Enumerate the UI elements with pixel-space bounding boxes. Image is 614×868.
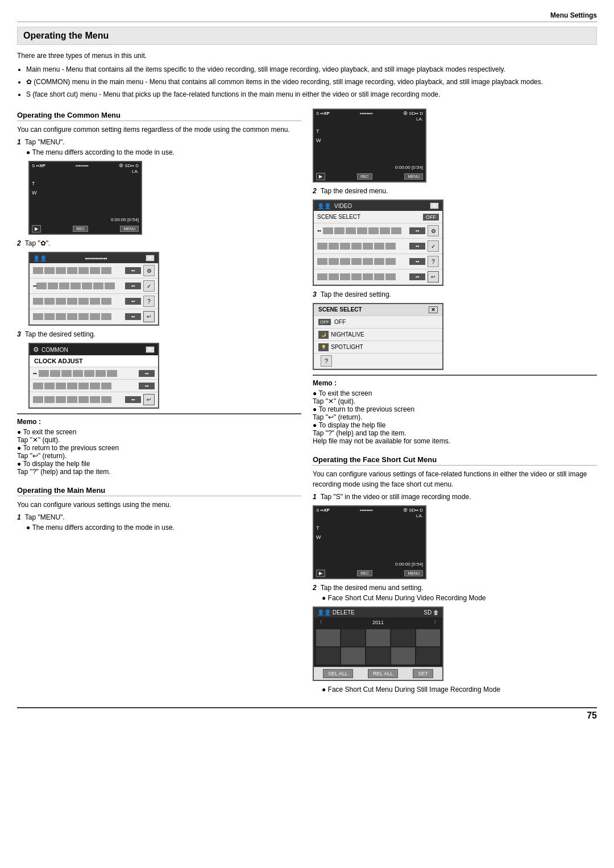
set-button[interactable]: SET xyxy=(413,669,433,678)
scene-nightalive-row[interactable]: 🌙 NIGHTALIVE xyxy=(314,329,442,341)
scene-spotlight-row[interactable]: 💡 SPOTLIGHT xyxy=(314,341,442,354)
tw-bar-f: T W xyxy=(316,524,321,542)
menu-row-1: ▪▪ ⚙ xyxy=(30,263,158,279)
scene-help-row: ? xyxy=(314,354,442,369)
menu-button-f[interactable]: MENU xyxy=(404,570,423,576)
rec-button-f[interactable]: REC xyxy=(357,570,372,576)
camera-bottom-bar-r: ▶ REC MENU xyxy=(314,173,425,180)
step-3-common: 3 Tap the desired setting. xyxy=(17,330,301,338)
memo-left: Memo : ● To exit the screen Tap "✕" (qui… xyxy=(17,413,301,479)
rel-all-button[interactable]: REL ALL xyxy=(368,669,398,678)
video-row-2: ▪▪ ✓ xyxy=(314,239,442,254)
scene-select-menu: SCENE SELECT ✕ OFF OFF 🌙 NIGHTALIVE 💡 SP… xyxy=(313,303,443,370)
face-step-1: 1 Tap "S" in the video or still image re… xyxy=(313,493,597,501)
la-label-r: LA. xyxy=(416,117,423,122)
camera-bottom-bar: ▶ REC MENU xyxy=(30,225,141,232)
face-menu-desc: You can configure various settings of fa… xyxy=(313,469,597,489)
gear-icon-2: ⚙ xyxy=(33,346,39,354)
check-icon[interactable]: ✓ xyxy=(143,280,155,292)
sel-all-button[interactable]: SEL ALL xyxy=(323,669,353,678)
photo-thumb[interactable] xyxy=(416,647,440,665)
delete-footer: SEL ALL REL ALL SET xyxy=(314,667,442,680)
scene-off-row[interactable]: OFF OFF xyxy=(314,316,442,329)
tw-bar: T W xyxy=(32,179,37,197)
year-bar: 〈 2011 〉 xyxy=(314,617,442,627)
rec-button-r[interactable]: REC xyxy=(357,173,372,180)
page-number: 75 xyxy=(17,707,597,721)
la-label: LA. xyxy=(132,169,139,174)
photo-thumb[interactable] xyxy=(341,647,365,665)
la-label-f: LA. xyxy=(416,513,423,518)
main-content: Operating the Common Menu You can config… xyxy=(17,104,597,696)
photo-thumb[interactable] xyxy=(366,647,390,665)
memo-title-left: Memo : xyxy=(17,418,301,426)
question-icon-v[interactable]: ? xyxy=(428,256,439,267)
photo-thumb[interactable] xyxy=(316,647,340,665)
timecode-f: 0:00:00 [0:54] xyxy=(395,562,423,567)
delete-header: 👤👤 DELETE SD 🗑 xyxy=(314,608,442,617)
step-1: 1 Tap "MENU". xyxy=(17,138,301,146)
intro-text: There are three types of menus in this u… xyxy=(17,51,597,99)
back-icon-2[interactable]: ↩ xyxy=(143,394,155,405)
camera-screen-right: S ▪▪XP ▪▪▪▪▪▪▪▪ ⦿ SD▪▪ D LA. T W 0:00:00… xyxy=(313,109,426,182)
menu-button-r[interactable]: MENU xyxy=(404,173,423,180)
video-row-3: ▪▪ ? xyxy=(314,254,442,269)
page-header: Menu Settings xyxy=(17,11,597,22)
common-row-1: ▪▪ ▪▪ xyxy=(30,367,158,380)
photo-thumb[interactable] xyxy=(316,629,340,646)
header-title: Menu Settings xyxy=(550,11,597,19)
timecode-r: 0:00:00 [0:54] xyxy=(395,165,423,170)
menu-row-2: ▪▪ ▪▪ ✓ xyxy=(30,279,158,294)
question-icon[interactable]: ? xyxy=(143,296,155,307)
main-menu-title: Operating the Main Menu xyxy=(17,486,301,496)
main-menu-desc: You can configure various settings using… xyxy=(17,500,301,510)
back-icon-v[interactable]: ↩ xyxy=(428,271,439,283)
back-icon[interactable]: ↩ xyxy=(143,311,155,322)
menu-button[interactable]: MENU xyxy=(120,226,139,232)
scene-select-row[interactable]: SCENE SELECT OFF xyxy=(314,211,442,223)
close-button[interactable]: ✕ xyxy=(146,255,155,261)
video-row-1: ▪▪ ▪▪ ⚙ xyxy=(314,223,442,239)
close-button-video[interactable]: ✕ xyxy=(430,202,439,209)
play-button[interactable]: ▶ xyxy=(32,225,41,232)
spotlight-icon: 💡 xyxy=(318,343,329,351)
menu-row-3: ▪▪ ? xyxy=(30,294,158,309)
clock-adjust-row[interactable]: CLOCK ADJUST xyxy=(30,355,158,367)
camera-screen-1: S ▪▪XP ▪▪▪▪▪▪▪▪ ⦿ SD▪▪ D LA. T W 0:00:00… xyxy=(28,161,142,235)
check-icon-v[interactable]: ✓ xyxy=(428,240,439,252)
play-button-f[interactable]: ▶ xyxy=(316,570,325,577)
photo-thumb[interactable] xyxy=(416,629,440,646)
photo-thumb[interactable] xyxy=(366,629,390,646)
gear-icon[interactable]: ⚙ xyxy=(143,265,155,276)
close-scene[interactable]: ✕ xyxy=(429,306,438,313)
help-icon[interactable]: ? xyxy=(321,355,332,367)
video-menu-header: 👤👤 VIDEO ✕ xyxy=(314,201,442,211)
memo-right: Memo : ● To exit the screen Tap "✕" (qui… xyxy=(313,375,597,448)
right-step-3: 3 Tap the desired setting. xyxy=(313,290,597,298)
intro-bullets: Main menu - Menu that contains all the i… xyxy=(26,64,597,99)
camera-top-bar: S ▪▪XP ▪▪▪▪▪▪▪▪ ⦿ SD▪▪ D xyxy=(30,162,141,169)
play-button-r[interactable]: ▶ xyxy=(316,173,325,180)
gear-icon-v[interactable]: ⚙ xyxy=(428,225,439,236)
common-row-3: ▪▪ ↩ xyxy=(30,392,158,408)
common-header: ⚙ COMMON ✕ xyxy=(30,344,158,355)
common-icon-menu: 👤👤 ▪▪▪▪▪▪▪▪▪▪▪ ✕ ▪▪ ⚙ ▪▪ xyxy=(28,252,159,326)
common-menu-title: Operating the Common Menu xyxy=(17,111,301,121)
menu-header-row: 👤👤 ▪▪▪▪▪▪▪▪▪▪▪ ✕ xyxy=(30,253,158,263)
rec-button[interactable]: REC xyxy=(73,226,88,232)
common-row-2: ▪▪ xyxy=(30,380,158,392)
step1-bullet: ● The menu differs according to the mode… xyxy=(26,148,301,156)
delete-screen: 👤👤 DELETE SD 🗑 〈 2011 〉 S xyxy=(313,607,443,681)
face-bullet-2: ● Face Short Cut Menu During Still Image… xyxy=(322,686,597,693)
video-menu: 👤👤 VIDEO ✕ SCENE SELECT OFF ▪▪ xyxy=(313,200,443,286)
photo-thumb[interactable] xyxy=(391,647,415,665)
right-column: S ▪▪XP ▪▪▪▪▪▪▪▪ ⦿ SD▪▪ D LA. T W 0:00:00… xyxy=(313,104,597,696)
close-button-2[interactable]: ✕ xyxy=(146,346,155,353)
face-step-2: 2 Tap the desired menu and setting. xyxy=(313,584,597,592)
photo-thumb[interactable] xyxy=(391,629,415,646)
step-2-common: 2 Tap "✿". xyxy=(17,239,301,247)
menu-row-4: ▪▪ ↩ xyxy=(30,309,158,325)
video-row-4: ▪▪ ↩ xyxy=(314,269,442,285)
camera-top-bar-r: S ▪▪XP ▪▪▪▪▪▪▪▪ ⦿ SD▪▪ D xyxy=(314,110,425,117)
photo-thumb[interactable] xyxy=(341,629,365,646)
